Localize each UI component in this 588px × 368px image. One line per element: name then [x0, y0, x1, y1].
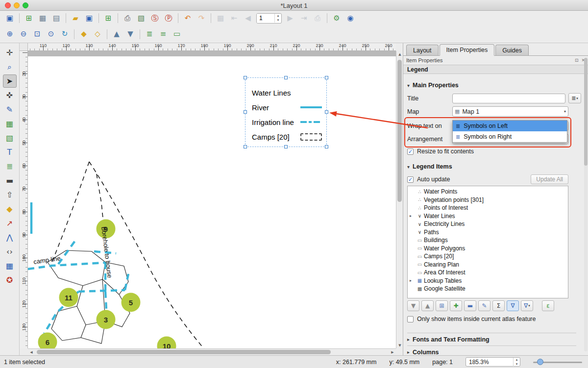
legend-title-input[interactable] — [452, 94, 565, 103]
page-number-spinbox[interactable]: ▴ ▾ — [256, 13, 282, 24]
legend-items-tree[interactable]: ▸ ∴ Water Points ▸ ∴ Vegetation points [… — [407, 186, 568, 298]
refresh-view-button[interactable]: ↻ — [58, 28, 71, 40]
atlas-preferences-button[interactable]: ⚙ — [330, 12, 343, 24]
legend-tree-item[interactable]: ▸ ∨ Water Lines — [408, 212, 568, 221]
next-feature-button[interactable]: ▶ — [284, 12, 296, 24]
panel-scrollbar[interactable] — [584, 58, 588, 351]
resize-handle[interactable] — [284, 76, 288, 79]
align-selected-items-button[interactable]: ≣ — [143, 28, 156, 40]
legend-tree-item[interactable]: ▸ ▭ Camps [20] — [408, 252, 568, 261]
collapsed-section[interactable]: ▸ Fonts and Text Formatting — [407, 333, 576, 345]
scroll-left-icon[interactable]: ◀ — [28, 349, 35, 355]
legend-tree-item[interactable]: ▸ ∴ Vegetation points [301] — [408, 196, 568, 204]
add-legend-item-button[interactable]: ✚ — [450, 300, 462, 311]
move-item-up-button[interactable]: ▲ — [421, 300, 434, 311]
add-arrow-tool-button[interactable]: ↗ — [3, 217, 17, 230]
pan-layout-tool-button[interactable]: ✛ — [3, 46, 17, 59]
filter-legend-by-map-button[interactable]: ∇ — [507, 300, 519, 311]
zoom-slider-knob[interactable] — [537, 359, 543, 365]
legend-tree-item[interactable]: ▸ ▭ Water Polygons — [408, 245, 568, 253]
resize-handle[interactable] — [325, 110, 328, 114]
resize-handle[interactable] — [244, 76, 247, 79]
canvas-horizontal-scrollbar[interactable]: ◀ ▶ — [28, 348, 396, 355]
zoom-in-button[interactable]: ⊕ — [3, 28, 16, 40]
lower-selected-items-button[interactable]: ▼ — [124, 28, 137, 40]
duplicate-layout-button[interactable]: ▦ — [36, 12, 49, 24]
move-item-down-button[interactable]: ▼ — [407, 300, 419, 311]
remove-legend-item-button[interactable]: ▬ — [464, 300, 476, 311]
layout-page[interactable]: 9 11 5 3 6 10 camp line Borehole to hous… — [28, 56, 396, 348]
auto-update-checkbox[interactable]: ✓ — [407, 176, 414, 183]
spin-up-icon[interactable]: ▴ — [514, 358, 520, 362]
legend-item-selected[interactable]: Water Lines River Irrigation line — [245, 77, 327, 147]
scroll-right-icon[interactable]: ▶ — [389, 349, 396, 355]
atlas-settings-button[interactable]: ▦ — [214, 12, 227, 24]
resize-handle[interactable] — [325, 76, 328, 79]
panel-scroll-thumb[interactable] — [584, 58, 588, 166]
legend-tree-item[interactable]: ▸ ▭ Buildings — [408, 236, 568, 245]
export-pdf-button[interactable]: Ⓟ — [162, 12, 175, 24]
resize-handle[interactable] — [284, 145, 288, 148]
new-layout-button[interactable]: ⊞ — [23, 12, 35, 24]
print-layout-button[interactable]: ⎙ — [121, 12, 134, 24]
page-spin-arrows[interactable]: ▴ ▾ — [274, 14, 281, 23]
data-defined-override-button[interactable]: ≣ ▾ — [568, 93, 581, 103]
zoom-level-combo[interactable]: 185.3% ▴ ▾ — [466, 357, 520, 367]
legend-tree-item[interactable]: ▸ ▦ Lookup Tables — [408, 277, 568, 285]
print-atlas-button[interactable]: ⎙ — [311, 12, 324, 24]
legend-tree-item[interactable]: ▸ ∨ Electricity Lines — [408, 220, 568, 228]
count-symbols-button[interactable]: Σ — [492, 300, 505, 311]
add-pages-button[interactable]: ⊞ — [102, 12, 115, 24]
export-image-button[interactable]: ▧ — [135, 12, 147, 24]
layout-viewport[interactable]: 9 11 5 3 6 10 camp line Borehole to hous… — [28, 51, 396, 348]
map-select[interactable]: ▦ Map 1 ▾ — [452, 106, 568, 117]
preview-atlas-button[interactable]: ◉ — [344, 12, 357, 24]
tab-layout[interactable]: Layout — [406, 45, 439, 55]
atlas-filter-checkbox[interactable] — [407, 316, 414, 322]
tab-item-properties[interactable]: Item Properties — [440, 44, 495, 56]
expand-arrow-icon[interactable]: ▸ — [410, 214, 416, 218]
map-item[interactable]: 9 11 5 3 6 10 camp line Borehole to hous… — [28, 56, 396, 348]
zoom-slider[interactable] — [533, 358, 582, 366]
export-svg-button[interactable]: Ⓢ — [148, 12, 161, 24]
page-number-input[interactable] — [257, 14, 274, 23]
update-all-button[interactable]: Update All — [531, 174, 568, 184]
lock-selected-items-button[interactable]: ◆ — [77, 28, 90, 40]
scroll-up-icon[interactable]: ▲ — [396, 51, 403, 57]
legend-tree-item[interactable]: ▸ ▭ Area Of Interest — [408, 269, 568, 277]
spin-down-icon[interactable]: ▾ — [275, 18, 281, 23]
main-properties-section[interactable]: ▾ Main Properties — [407, 79, 584, 92]
legend-tree-item[interactable]: ▸ ▭ Clearing Plan — [408, 261, 568, 269]
zoom-spin-arrows[interactable]: ▴ ▾ — [513, 358, 520, 367]
legend-tree-item[interactable]: ▸ ∴ Water Points — [408, 188, 568, 196]
resize-selected-items-button[interactable]: ▭ — [171, 28, 183, 40]
zoom-out-button[interactable]: ⊖ — [17, 28, 30, 40]
save-project-button[interactable]: ▣ — [3, 12, 16, 24]
redo-button[interactable]: ↷ — [195, 12, 208, 24]
edit-legend-item-button[interactable]: ✎ — [478, 300, 490, 311]
spin-up-icon[interactable]: ▴ — [275, 14, 281, 18]
expand-arrow-icon[interactable]: ▸ — [410, 278, 416, 283]
distribute-selected-items-button[interactable]: ≡ — [157, 28, 170, 40]
save-layout-button[interactable]: ▣ — [83, 12, 96, 24]
symbols-on-left-option[interactable]: ≣ Symbols on Left — [453, 121, 567, 131]
previous-feature-button[interactable]: ◀ — [242, 12, 254, 24]
layout-manager-button[interactable]: ▤ — [50, 12, 63, 24]
zoom-actual-button[interactable]: ⊙ — [45, 28, 57, 40]
zoom-full-button[interactable]: ⊡ — [31, 28, 44, 40]
resize-to-fit-checkbox[interactable]: ✓ — [407, 148, 414, 155]
spin-down-icon[interactable]: ▾ — [514, 362, 520, 367]
vertical-scroll-thumb[interactable] — [397, 60, 402, 202]
canvas-vertical-scrollbar[interactable]: ▲ ▼ — [396, 51, 403, 348]
legend-tree-item[interactable]: ▸ ∨ Paths — [408, 228, 568, 237]
symbols-on-right-option[interactable]: ≣ Symbols on Right — [453, 131, 567, 142]
add-label-tool-button[interactable]: T — [3, 146, 17, 159]
resize-handle[interactable] — [325, 145, 328, 148]
scroll-down-icon[interactable]: ▼ — [396, 342, 403, 348]
raise-selected-items-button[interactable]: ▲ — [110, 28, 123, 40]
expression-filter-button[interactable]: ε — [542, 300, 554, 311]
edit-nodes-tool-button[interactable]: ✎ — [3, 103, 17, 116]
resize-handle[interactable] — [244, 145, 247, 148]
add-group-button[interactable]: ⊞ — [436, 300, 448, 311]
last-feature-button[interactable]: ⇥ — [297, 12, 310, 24]
